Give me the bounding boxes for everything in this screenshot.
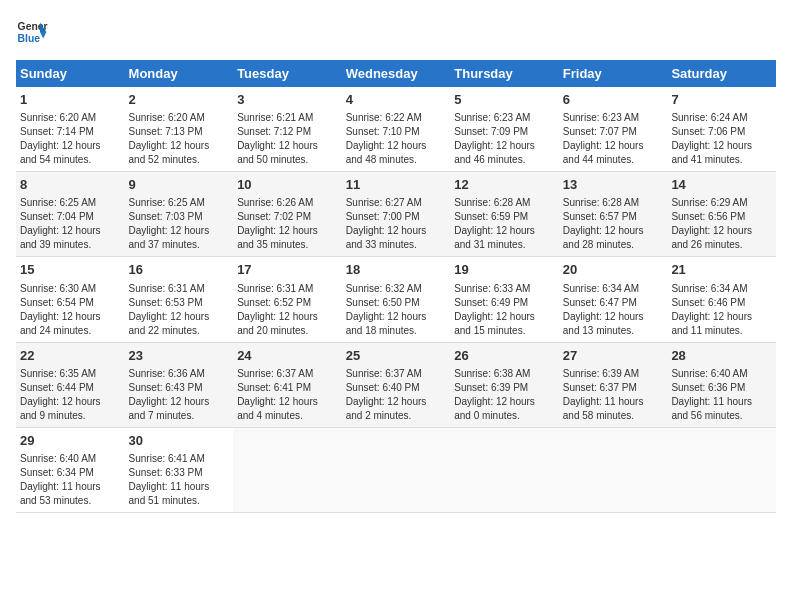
day-info: Sunrise: 6:20 AM Sunset: 7:13 PM Dayligh…: [129, 111, 230, 167]
day-number: 9: [129, 176, 230, 194]
day-number: 10: [237, 176, 338, 194]
day-of-week-header: Sunday: [16, 60, 125, 87]
day-number: 1: [20, 91, 121, 109]
day-number: 12: [454, 176, 555, 194]
day-number: 6: [563, 91, 664, 109]
day-info: Sunrise: 6:22 AM Sunset: 7:10 PM Dayligh…: [346, 111, 447, 167]
calendar-body: 1Sunrise: 6:20 AM Sunset: 7:14 PM Daylig…: [16, 87, 776, 512]
calendar-day-cell: 29Sunrise: 6:40 AM Sunset: 6:34 PM Dayli…: [16, 427, 125, 512]
day-info: Sunrise: 6:29 AM Sunset: 6:56 PM Dayligh…: [671, 196, 772, 252]
day-of-week-header: Monday: [125, 60, 234, 87]
day-info: Sunrise: 6:28 AM Sunset: 6:59 PM Dayligh…: [454, 196, 555, 252]
day-info: Sunrise: 6:36 AM Sunset: 6:43 PM Dayligh…: [129, 367, 230, 423]
day-info: Sunrise: 6:35 AM Sunset: 6:44 PM Dayligh…: [20, 367, 121, 423]
calendar-day-cell: 7Sunrise: 6:24 AM Sunset: 7:06 PM Daylig…: [667, 87, 776, 172]
day-info: Sunrise: 6:25 AM Sunset: 7:03 PM Dayligh…: [129, 196, 230, 252]
calendar-day-cell: [667, 427, 776, 512]
day-info: Sunrise: 6:30 AM Sunset: 6:54 PM Dayligh…: [20, 282, 121, 338]
calendar-table: SundayMondayTuesdayWednesdayThursdayFrid…: [16, 60, 776, 513]
day-info: Sunrise: 6:31 AM Sunset: 6:52 PM Dayligh…: [237, 282, 338, 338]
calendar-day-cell: 21Sunrise: 6:34 AM Sunset: 6:46 PM Dayli…: [667, 257, 776, 342]
day-info: Sunrise: 6:26 AM Sunset: 7:02 PM Dayligh…: [237, 196, 338, 252]
day-of-week-header: Thursday: [450, 60, 559, 87]
calendar-day-cell: 13Sunrise: 6:28 AM Sunset: 6:57 PM Dayli…: [559, 172, 668, 257]
day-number: 28: [671, 347, 772, 365]
day-number: 15: [20, 261, 121, 279]
day-number: 27: [563, 347, 664, 365]
calendar-day-cell: 9Sunrise: 6:25 AM Sunset: 7:03 PM Daylig…: [125, 172, 234, 257]
day-number: 3: [237, 91, 338, 109]
calendar-day-cell: 5Sunrise: 6:23 AM Sunset: 7:09 PM Daylig…: [450, 87, 559, 172]
day-number: 11: [346, 176, 447, 194]
calendar-day-cell: 19Sunrise: 6:33 AM Sunset: 6:49 PM Dayli…: [450, 257, 559, 342]
day-info: Sunrise: 6:34 AM Sunset: 6:46 PM Dayligh…: [671, 282, 772, 338]
day-info: Sunrise: 6:27 AM Sunset: 7:00 PM Dayligh…: [346, 196, 447, 252]
day-number: 4: [346, 91, 447, 109]
calendar-day-cell: 11Sunrise: 6:27 AM Sunset: 7:00 PM Dayli…: [342, 172, 451, 257]
day-number: 25: [346, 347, 447, 365]
calendar-week-row: 1Sunrise: 6:20 AM Sunset: 7:14 PM Daylig…: [16, 87, 776, 172]
calendar-day-cell: 30Sunrise: 6:41 AM Sunset: 6:33 PM Dayli…: [125, 427, 234, 512]
calendar-day-cell: 6Sunrise: 6:23 AM Sunset: 7:07 PM Daylig…: [559, 87, 668, 172]
day-info: Sunrise: 6:34 AM Sunset: 6:47 PM Dayligh…: [563, 282, 664, 338]
day-number: 30: [129, 432, 230, 450]
day-of-week-header: Saturday: [667, 60, 776, 87]
calendar-day-cell: 17Sunrise: 6:31 AM Sunset: 6:52 PM Dayli…: [233, 257, 342, 342]
calendar-day-cell: 3Sunrise: 6:21 AM Sunset: 7:12 PM Daylig…: [233, 87, 342, 172]
day-number: 26: [454, 347, 555, 365]
logo: General Blue: [16, 16, 48, 48]
day-info: Sunrise: 6:32 AM Sunset: 6:50 PM Dayligh…: [346, 282, 447, 338]
calendar-day-cell: 1Sunrise: 6:20 AM Sunset: 7:14 PM Daylig…: [16, 87, 125, 172]
day-number: 5: [454, 91, 555, 109]
calendar-day-cell: 25Sunrise: 6:37 AM Sunset: 6:40 PM Dayli…: [342, 342, 451, 427]
day-number: 18: [346, 261, 447, 279]
day-info: Sunrise: 6:41 AM Sunset: 6:33 PM Dayligh…: [129, 452, 230, 508]
calendar-day-cell: 15Sunrise: 6:30 AM Sunset: 6:54 PM Dayli…: [16, 257, 125, 342]
day-number: 7: [671, 91, 772, 109]
day-number: 13: [563, 176, 664, 194]
calendar-day-cell: 18Sunrise: 6:32 AM Sunset: 6:50 PM Dayli…: [342, 257, 451, 342]
calendar-week-row: 22Sunrise: 6:35 AM Sunset: 6:44 PM Dayli…: [16, 342, 776, 427]
calendar-day-cell: 24Sunrise: 6:37 AM Sunset: 6:41 PM Dayli…: [233, 342, 342, 427]
page-header: General Blue: [16, 16, 776, 48]
calendar-day-cell: 4Sunrise: 6:22 AM Sunset: 7:10 PM Daylig…: [342, 87, 451, 172]
day-info: Sunrise: 6:37 AM Sunset: 6:41 PM Dayligh…: [237, 367, 338, 423]
calendar-day-cell: 12Sunrise: 6:28 AM Sunset: 6:59 PM Dayli…: [450, 172, 559, 257]
day-info: Sunrise: 6:23 AM Sunset: 7:09 PM Dayligh…: [454, 111, 555, 167]
day-info: Sunrise: 6:21 AM Sunset: 7:12 PM Dayligh…: [237, 111, 338, 167]
day-number: 21: [671, 261, 772, 279]
day-info: Sunrise: 6:20 AM Sunset: 7:14 PM Dayligh…: [20, 111, 121, 167]
calendar-day-cell: 10Sunrise: 6:26 AM Sunset: 7:02 PM Dayli…: [233, 172, 342, 257]
day-info: Sunrise: 6:23 AM Sunset: 7:07 PM Dayligh…: [563, 111, 664, 167]
calendar-day-cell: [450, 427, 559, 512]
calendar-day-cell: 2Sunrise: 6:20 AM Sunset: 7:13 PM Daylig…: [125, 87, 234, 172]
calendar-day-cell: 14Sunrise: 6:29 AM Sunset: 6:56 PM Dayli…: [667, 172, 776, 257]
calendar-day-cell: [559, 427, 668, 512]
day-of-week-header: Wednesday: [342, 60, 451, 87]
day-info: Sunrise: 6:28 AM Sunset: 6:57 PM Dayligh…: [563, 196, 664, 252]
day-number: 8: [20, 176, 121, 194]
calendar-day-cell: 23Sunrise: 6:36 AM Sunset: 6:43 PM Dayli…: [125, 342, 234, 427]
calendar-week-row: 15Sunrise: 6:30 AM Sunset: 6:54 PM Dayli…: [16, 257, 776, 342]
day-number: 24: [237, 347, 338, 365]
day-info: Sunrise: 6:31 AM Sunset: 6:53 PM Dayligh…: [129, 282, 230, 338]
day-number: 16: [129, 261, 230, 279]
day-of-week-header: Friday: [559, 60, 668, 87]
calendar-day-cell: 27Sunrise: 6:39 AM Sunset: 6:37 PM Dayli…: [559, 342, 668, 427]
day-number: 17: [237, 261, 338, 279]
day-info: Sunrise: 6:37 AM Sunset: 6:40 PM Dayligh…: [346, 367, 447, 423]
day-info: Sunrise: 6:39 AM Sunset: 6:37 PM Dayligh…: [563, 367, 664, 423]
calendar-day-cell: 8Sunrise: 6:25 AM Sunset: 7:04 PM Daylig…: [16, 172, 125, 257]
calendar-day-cell: 26Sunrise: 6:38 AM Sunset: 6:39 PM Dayli…: [450, 342, 559, 427]
calendar-day-cell: 28Sunrise: 6:40 AM Sunset: 6:36 PM Dayli…: [667, 342, 776, 427]
day-number: 29: [20, 432, 121, 450]
calendar-day-cell: 20Sunrise: 6:34 AM Sunset: 6:47 PM Dayli…: [559, 257, 668, 342]
day-number: 22: [20, 347, 121, 365]
svg-text:Blue: Blue: [18, 33, 41, 44]
day-info: Sunrise: 6:40 AM Sunset: 6:36 PM Dayligh…: [671, 367, 772, 423]
svg-marker-3: [40, 32, 46, 38]
day-info: Sunrise: 6:38 AM Sunset: 6:39 PM Dayligh…: [454, 367, 555, 423]
day-info: Sunrise: 6:25 AM Sunset: 7:04 PM Dayligh…: [20, 196, 121, 252]
calendar-day-cell: [342, 427, 451, 512]
calendar-week-row: 29Sunrise: 6:40 AM Sunset: 6:34 PM Dayli…: [16, 427, 776, 512]
